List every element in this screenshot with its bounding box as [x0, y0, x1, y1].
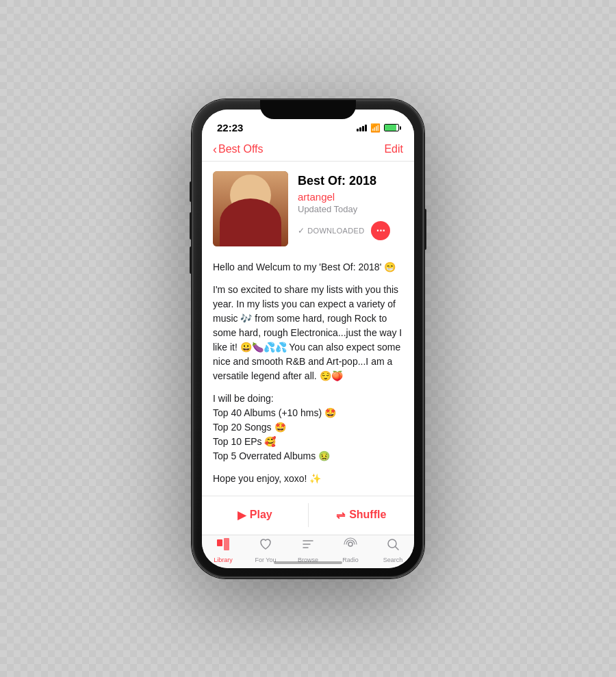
- chevron-left-icon: ‹: [213, 142, 217, 157]
- tab-radio-label: Radio: [342, 557, 359, 563]
- back-button[interactable]: ‹ Best Offs: [213, 142, 264, 157]
- tab-library-label: Library: [214, 557, 233, 563]
- playlist-description: Hello and Welcum to my 'Best Of: 2018' 😁…: [202, 256, 414, 496]
- ellipsis-icon: ···: [376, 225, 385, 236]
- status-time: 22:23: [217, 122, 243, 133]
- tab-radio[interactable]: Radio: [329, 537, 372, 563]
- svg-point-2: [348, 542, 352, 546]
- phone-mockup: 22:23 📶 ‹ Best Offs: [192, 99, 424, 578]
- description-line-4: Hope you enjoy, xoxo! ✨: [213, 472, 403, 486]
- status-icons: 📶: [357, 123, 399, 133]
- edit-button[interactable]: Edit: [384, 143, 403, 155]
- home-indicator: [274, 561, 342, 564]
- signal-icon: [357, 125, 367, 131]
- tab-for-you[interactable]: For You: [244, 537, 287, 563]
- content-area: Best Of: 2018 artangel Updated Today ✓ D…: [202, 162, 414, 529]
- tab-search[interactable]: Search: [372, 537, 414, 563]
- playlist-artwork: [213, 171, 288, 246]
- more-button[interactable]: ···: [371, 221, 390, 240]
- play-controls: ▶ Play ⇌ Shuffle: [202, 496, 414, 529]
- nav-bar: ‹ Best Offs Edit: [202, 140, 414, 162]
- shuffle-button[interactable]: ⇌ Shuffle: [309, 503, 415, 527]
- browse-icon: [300, 537, 316, 555]
- playlist-artist[interactable]: artangel: [298, 191, 403, 203]
- play-button[interactable]: ▶ Play: [202, 503, 309, 527]
- playlist-actions: ✓ DOWNLOADED ···: [298, 221, 403, 240]
- library-icon: [216, 537, 231, 555]
- phone-frame: 22:23 📶 ‹ Best Offs: [192, 99, 424, 578]
- back-label: Best Offs: [218, 143, 264, 155]
- search-icon: [385, 537, 400, 555]
- checkmark-icon: ✓: [298, 226, 305, 235]
- shuffle-label: Shuffle: [349, 509, 386, 521]
- playlist-updated: Updated Today: [298, 204, 403, 214]
- phone-screen: 22:23 📶 ‹ Best Offs: [202, 110, 414, 568]
- heart-icon: [258, 537, 273, 555]
- tab-search-label: Search: [383, 557, 403, 563]
- description-line-1: Hello and Welcum to my 'Best Of: 2018' 😁: [213, 260, 403, 274]
- downloaded-button[interactable]: ✓ DOWNLOADED: [298, 226, 364, 235]
- playlist-title: Best Of: 2018: [298, 174, 403, 188]
- svg-rect-0: [217, 539, 222, 546]
- notch: [260, 100, 356, 119]
- playlist-info: Best Of: 2018 artangel Updated Today ✓ D…: [298, 171, 403, 240]
- tab-browse[interactable]: Browse: [287, 537, 329, 563]
- shuffle-icon: ⇌: [336, 509, 345, 522]
- tab-for-you-label: For You: [255, 557, 276, 563]
- svg-line-4: [396, 547, 399, 550]
- tab-library[interactable]: Library: [202, 537, 244, 563]
- radio-icon: [343, 537, 358, 555]
- description-line-3: I will be doing:Top 40 Albums (+10 hms) …: [213, 392, 403, 463]
- playlist-header: Best Of: 2018 artangel Updated Today ✓ D…: [202, 162, 414, 256]
- downloaded-label: DOWNLOADED: [307, 227, 364, 235]
- svg-rect-1: [224, 538, 229, 550]
- play-icon: ▶: [238, 509, 246, 522]
- wifi-icon: 📶: [370, 123, 381, 133]
- battery-icon: [384, 124, 399, 131]
- description-line-2: I'm so excited to share my lists with yo…: [213, 283, 403, 383]
- play-label: Play: [250, 509, 272, 521]
